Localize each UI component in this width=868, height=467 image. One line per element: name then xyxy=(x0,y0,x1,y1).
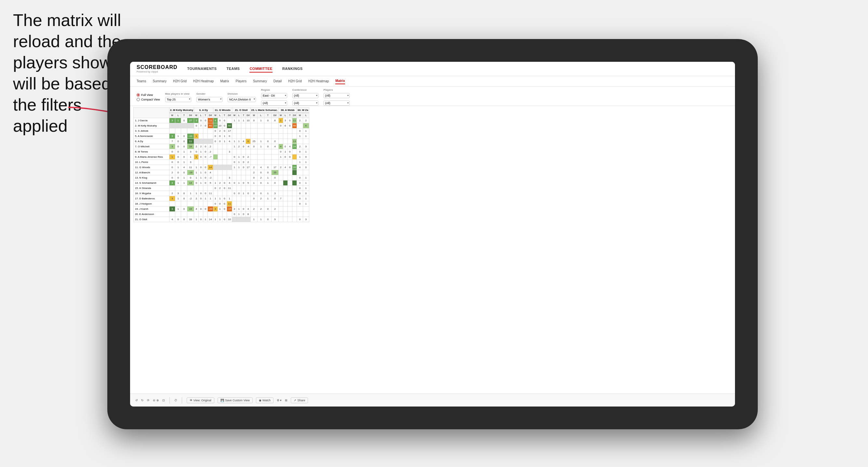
redo-button[interactable]: ↻ xyxy=(141,399,144,402)
share-button[interactable]: ↗ Share xyxy=(291,397,308,403)
undo-button[interactable]: ↺ xyxy=(135,399,138,402)
cell xyxy=(199,134,203,139)
subnav-h2hgrid1[interactable]: H2H Grid xyxy=(173,79,187,84)
wlt-6-dif: Dif xyxy=(292,113,297,118)
table-row: 15. H Stranda 0 2 0 11 xyxy=(134,186,309,191)
cell xyxy=(303,139,309,144)
wlt-4-w: W xyxy=(232,113,237,118)
player-name: 6. A Dy xyxy=(134,139,169,144)
wlt-6-t: T xyxy=(287,113,292,118)
cell: -11 xyxy=(208,118,213,123)
player-name: 17. D Ballesteros xyxy=(134,196,169,201)
watch-button[interactable]: ◉ Watch xyxy=(256,397,274,403)
player-name: 2. M Kelly Mulcahy xyxy=(134,123,169,128)
cell: 3 xyxy=(271,191,278,196)
nav-teams[interactable]: TEAMS xyxy=(226,65,240,72)
cell: 1 xyxy=(194,154,199,160)
cell xyxy=(169,186,175,191)
table-row: 21. O Stoll 4 0 0 33 1 0 1 14 1 1 0 10 xyxy=(134,217,309,222)
tablet-device: SCOREBOARD Powered by clippd TOURNAMENTS… xyxy=(107,39,758,429)
cell: 1 xyxy=(237,160,241,165)
cell: 1 xyxy=(237,139,241,144)
max-players-select[interactable]: Top 25 xyxy=(165,97,191,102)
cell xyxy=(187,186,194,191)
subnav-h2hgrid2[interactable]: H2H Grid xyxy=(288,79,302,84)
cell: 4 xyxy=(297,165,303,170)
full-view-radio[interactable] xyxy=(136,93,140,97)
wlt-3-t: T xyxy=(222,113,227,118)
cell: 0 xyxy=(283,154,287,160)
cell xyxy=(257,123,265,128)
cell: 1 xyxy=(303,175,309,181)
subnav-h2hheatmap2[interactable]: H2H Heatmap xyxy=(308,79,329,84)
subnav-matrix1[interactable]: Matrix xyxy=(220,79,229,84)
players-select2[interactable]: (All) xyxy=(323,100,350,106)
subnav-matrix2[interactable]: Matrix xyxy=(335,78,345,84)
cell: 7 xyxy=(199,123,203,128)
cell: 1 xyxy=(213,196,218,201)
cell: 1 xyxy=(218,217,222,222)
cell: 0 xyxy=(175,160,181,165)
cell: 1 xyxy=(181,160,187,165)
region-select2[interactable]: (All) xyxy=(261,100,287,106)
cell: 0 xyxy=(181,118,187,123)
cell: 4 xyxy=(246,207,250,212)
full-view-option[interactable]: Full View xyxy=(136,93,160,97)
cell xyxy=(287,160,292,165)
subnav-detail[interactable]: Detail xyxy=(274,79,282,84)
cell: 0 xyxy=(222,181,227,186)
division-filter: Division NCAA Division II xyxy=(228,92,256,102)
save-custom-button[interactable]: 💾 Save Custom View xyxy=(218,397,253,403)
cell: 0 xyxy=(199,217,203,222)
region-select[interactable]: East - DII xyxy=(261,93,287,98)
nav-rankings[interactable]: RANKINGS xyxy=(282,65,303,72)
cell: 0 xyxy=(203,191,208,196)
cell xyxy=(283,212,287,217)
cell: 1 xyxy=(199,149,203,154)
cell: 0 xyxy=(199,165,203,170)
cell: 14 xyxy=(187,181,194,186)
fit-button[interactable]: ⊡ xyxy=(162,399,165,402)
cell: 0 xyxy=(218,139,222,144)
division-select[interactable]: NCAA Division II xyxy=(228,97,256,102)
grid-button[interactable]: ⊞ xyxy=(285,399,287,402)
gender-select[interactable]: Women's xyxy=(196,97,222,102)
cell xyxy=(199,160,203,165)
options-button[interactable]: ⚙ ▾ xyxy=(277,399,282,402)
cell: 1 xyxy=(257,217,265,222)
subnav-summary2[interactable]: Summary xyxy=(253,79,267,84)
cell: -7 xyxy=(208,154,213,160)
cell xyxy=(283,160,287,165)
wlt-7-l: L xyxy=(303,113,309,118)
cell: 0 xyxy=(222,123,227,128)
subnav-h2hheatmap1[interactable]: H2H Heatmap xyxy=(193,79,214,84)
cell xyxy=(271,160,278,165)
timer-button[interactable]: ⏱ xyxy=(174,399,177,402)
subnav-teams[interactable]: Teams xyxy=(136,79,146,84)
player-name: 1. J Garcia xyxy=(134,118,169,123)
player-name: 8. M Torres xyxy=(134,149,169,154)
view-original-button[interactable]: 👁 View: Original xyxy=(187,397,214,403)
conference-select2[interactable]: (All) xyxy=(292,100,318,106)
subnav-summary1[interactable]: Summary xyxy=(153,79,166,84)
compact-view-radio[interactable] xyxy=(136,98,140,101)
cell: 0 xyxy=(203,207,208,212)
cell: 1 xyxy=(227,196,232,201)
matrix-content: 2. M Kelly Mulcahy 6. A Dy 11. G Woods 2… xyxy=(130,106,735,308)
nav-committee[interactable]: COMMITTEE xyxy=(249,65,273,72)
conference-select[interactable]: (All) xyxy=(292,93,318,98)
cell xyxy=(175,201,181,207)
refresh-button[interactable]: ⟳ xyxy=(147,399,150,402)
division-select-wrapper: NCAA Division II xyxy=(228,96,256,102)
save-icon: 💾 xyxy=(220,399,224,402)
cell xyxy=(213,149,218,154)
players-select[interactable]: (All) xyxy=(323,93,350,98)
nav-tournaments[interactable]: TOURNAMENTS xyxy=(187,65,217,72)
player-name: 20. E Andersson xyxy=(134,212,169,217)
compact-view-option[interactable]: Compact View xyxy=(136,98,160,101)
cell: 2 xyxy=(169,170,175,175)
cell xyxy=(232,186,237,191)
zoom-controls[interactable]: ⊖ ⊕ xyxy=(153,399,159,402)
subnav-players[interactable]: Players xyxy=(236,79,247,84)
cell xyxy=(278,191,283,196)
